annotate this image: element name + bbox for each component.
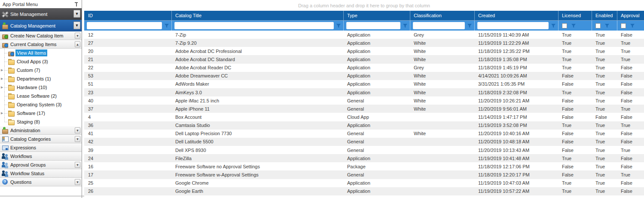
cell-id: 37 bbox=[84, 105, 172, 113]
sidebar-item[interactable]: Questions ▼ bbox=[0, 178, 82, 186]
column-header-created[interactable]: Created bbox=[475, 11, 559, 20]
tree-item-icon bbox=[8, 93, 14, 99]
cell-licensed: True bbox=[559, 39, 592, 47]
catalog-title-filter-input[interactable] bbox=[174, 22, 334, 29]
section-label: Site Management bbox=[10, 12, 47, 17]
cell-created: 11/18/2019 12:20:17 PM bbox=[475, 170, 559, 179]
tree-item[interactable]: Operating System (3) bbox=[0, 100, 82, 109]
dropdown-button[interactable]: ▼ bbox=[75, 136, 80, 142]
table-row[interactable]: 24 FileZilla Application 11/19/2019 10:4… bbox=[84, 154, 644, 162]
cell-licensed: False bbox=[559, 113, 592, 121]
pin-icon[interactable] bbox=[74, 1, 79, 7]
package-icon bbox=[2, 23, 8, 29]
cell-created: 11/20/2019 10:13:43 AM bbox=[475, 146, 559, 154]
dropdown-button[interactable]: ▼ bbox=[75, 33, 80, 39]
tree-item[interactable]: Staging (8) bbox=[0, 118, 82, 126]
cell-licensed: False bbox=[559, 146, 592, 154]
column-header-classification[interactable]: Classification bbox=[410, 11, 475, 20]
cell-catalog-title: Google Earth bbox=[172, 187, 344, 195]
table-row[interactable]: 41 Dell Laptop Precision 7730 General Wh… bbox=[84, 130, 644, 138]
sidebar-item[interactable]: Administration ▼ bbox=[0, 126, 82, 135]
dropdown-button[interactable]: ▼ bbox=[75, 162, 80, 168]
sidebar-section-catalog-management[interactable]: Catalog Management ▼ bbox=[0, 20, 82, 31]
group-by-panel[interactable]: Drag a column header and drop it here to… bbox=[84, 0, 644, 11]
enabled-filter-checkbox[interactable] bbox=[595, 23, 601, 28]
sidebar-item[interactable]: Catalog Categories ▼ bbox=[0, 135, 82, 143]
cell-created: 11/14/2019 1:47:17 PM bbox=[475, 113, 559, 121]
column-header-enabled[interactable]: Enabled bbox=[592, 11, 617, 20]
table-row[interactable]: 42 Dell Latitude 5500 General 11/20/2019… bbox=[84, 138, 644, 146]
cell-type: Application bbox=[344, 121, 410, 130]
panel-divider[interactable] bbox=[82, 0, 82, 198]
table-row[interactable]: 39 Dell XPS 8930 General 11/20/2019 10:1… bbox=[84, 146, 644, 154]
dropdown-button[interactable]: ▼ bbox=[75, 179, 80, 185]
tree-item[interactable]: ▶ Departments (1) bbox=[0, 74, 82, 83]
table-row[interactable]: 36 Camtasia Studio Application 11/19/201… bbox=[84, 121, 644, 130]
tree-item[interactable]: Cloud Apps (3) bbox=[0, 57, 82, 66]
table-row[interactable]: 27 7-Zip 9.20 Application White 11/19/20… bbox=[84, 39, 644, 47]
column-header-id[interactable]: ID bbox=[84, 11, 172, 20]
filter-icon[interactable] bbox=[630, 23, 635, 28]
filter-icon[interactable] bbox=[403, 23, 408, 28]
filter-icon[interactable] bbox=[551, 23, 556, 28]
cell-approval: False bbox=[617, 72, 644, 80]
cell-type: General bbox=[344, 105, 410, 113]
tree-item[interactable]: ▶ Hardware (10) bbox=[0, 83, 82, 92]
sidebar-item[interactable]: Create New Catalog Item ▼ bbox=[0, 31, 82, 40]
column-header-type[interactable]: Type bbox=[344, 11, 410, 20]
cell-classification: White bbox=[410, 130, 475, 138]
table-row[interactable]: 22 Adobe Acrobat Reader DC Application G… bbox=[84, 64, 644, 72]
table-row[interactable]: 21 Adobe Acrobat DC Standard Application… bbox=[84, 55, 644, 63]
tree-item[interactable]: ▶ Custom (7) bbox=[0, 66, 82, 74]
section-dropdown-button[interactable]: ▼ bbox=[73, 22, 80, 29]
cell-type: General bbox=[344, 146, 410, 154]
approval-filter-checkbox[interactable] bbox=[621, 23, 626, 28]
id-filter-input[interactable] bbox=[87, 22, 162, 29]
sidebar-bottom-divider bbox=[0, 196, 84, 196]
sidebar-item[interactable]: Expressions bbox=[0, 143, 82, 152]
filter-icon[interactable] bbox=[164, 23, 169, 28]
sidebar-item[interactable]: Approval Groups ▼ bbox=[0, 161, 82, 169]
filter-cell-id bbox=[84, 21, 172, 31]
sidebar-item[interactable]: Workflows bbox=[0, 152, 82, 161]
tree-item[interactable]: View All Items bbox=[0, 49, 82, 57]
table-row[interactable]: 53 Adobe Dreamweaver CC Application Whit… bbox=[84, 72, 644, 80]
table-row[interactable]: 16 Freeware Software no Approval Setting… bbox=[84, 162, 644, 170]
cell-classification bbox=[410, 154, 475, 162]
classification-filter-input[interactable] bbox=[413, 22, 465, 29]
table-row[interactable]: 37 Apple iPhone 11 General White 11/20/2… bbox=[84, 105, 644, 113]
table-row[interactable]: 23 AimKeys 3.0 Application White 11/18/2… bbox=[84, 88, 644, 96]
sidebar-section-site-management[interactable]: Site Management ▼ bbox=[0, 8, 82, 20]
expand-icon[interactable]: ▶ bbox=[1, 111, 5, 115]
dropdown-button[interactable]: ▼ bbox=[75, 127, 80, 133]
column-header-catalog-title[interactable]: Catalog Title bbox=[172, 11, 344, 20]
filter-icon[interactable] bbox=[604, 23, 610, 28]
sidebar-item[interactable]: Workflow Status bbox=[0, 169, 82, 178]
table-row[interactable]: 40 Apple iMac 21.5 inch General White 11… bbox=[84, 96, 644, 105]
created-filter-input[interactable] bbox=[477, 22, 549, 29]
cell-catalog-title: Freeware Software no Approval Settings bbox=[172, 162, 344, 170]
licensed-filter-checkbox[interactable] bbox=[562, 23, 567, 28]
type-filter-input[interactable] bbox=[346, 22, 400, 29]
table-row[interactable]: 25 Google Chrome Application 11/19/2019 … bbox=[84, 179, 644, 187]
table-row[interactable]: 17 Freeware Software w-Approval Settings… bbox=[84, 170, 644, 179]
tree-item[interactable]: Lease Software (2) bbox=[0, 92, 82, 100]
expand-icon[interactable]: ▶ bbox=[1, 86, 5, 89]
section-dropdown-button[interactable]: ▼ bbox=[73, 10, 80, 18]
column-header-licensed[interactable]: Licensed bbox=[559, 11, 592, 20]
table-row[interactable]: 26 Google Earth Application 11/19/2019 1… bbox=[84, 187, 644, 195]
filter-icon[interactable] bbox=[336, 23, 341, 28]
sidebar-item[interactable]: Current Catalog Items ▲ bbox=[0, 40, 82, 49]
expand-icon[interactable]: ▶ bbox=[1, 68, 5, 72]
filter-icon[interactable] bbox=[571, 23, 576, 28]
filter-icon[interactable] bbox=[467, 23, 472, 28]
dropdown-button[interactable]: ▲ bbox=[75, 41, 80, 47]
cell-classification bbox=[410, 179, 475, 187]
table-row[interactable]: 20 Adobe Acrobat DC Professional Applica… bbox=[84, 47, 644, 55]
tree-item[interactable]: ▶ Software (17) bbox=[0, 109, 82, 118]
expand-icon[interactable]: ▶ bbox=[1, 77, 5, 80]
table-row[interactable]: 12 7-Zip Application Grey 11/15/2019 11:… bbox=[84, 31, 644, 39]
table-row[interactable]: 4 Box Account Cloud App 11/14/2019 1:47:… bbox=[84, 113, 644, 121]
column-header-approval[interactable]: Approval bbox=[617, 11, 644, 20]
table-row[interactable]: 51 AdWords Maker Application White 3/31/… bbox=[84, 80, 644, 88]
